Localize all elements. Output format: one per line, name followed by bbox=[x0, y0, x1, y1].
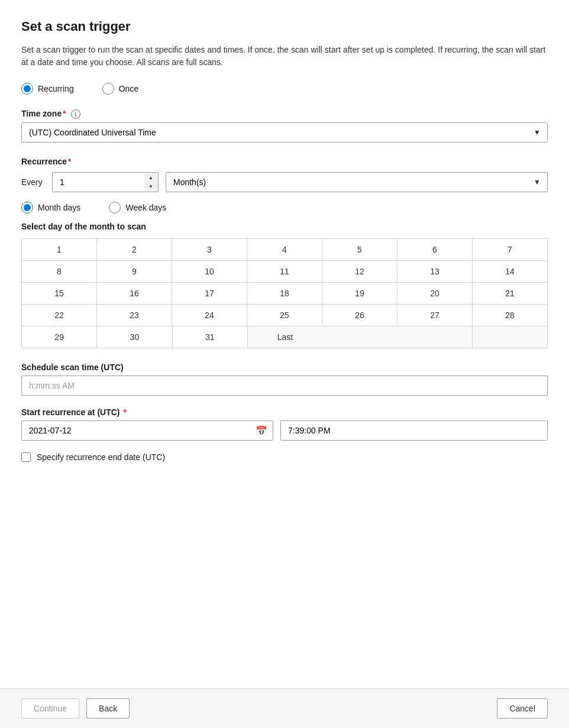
end-date-checkbox-label: Specify recurrence end date (UTC) bbox=[37, 452, 165, 462]
schedule-time-input[interactable] bbox=[21, 376, 548, 396]
calendar-cell-6[interactable]: 6 bbox=[397, 239, 473, 260]
calendar-cell-empty-2 bbox=[397, 326, 472, 348]
timezone-select[interactable]: (UTC) Coordinated Universal Time ( UTC-0… bbox=[21, 122, 548, 143]
calendar-row-5: 29 30 31 Last bbox=[22, 326, 547, 348]
calendar-cell-17[interactable]: 17 bbox=[172, 283, 247, 304]
calendar-grid: 1 2 3 4 5 6 7 8 9 10 11 12 13 14 15 16 bbox=[21, 238, 548, 348]
back-button[interactable]: Back bbox=[86, 698, 130, 719]
recurring-radio-label[interactable]: Recurring bbox=[21, 83, 74, 95]
week-days-radio[interactable] bbox=[109, 202, 121, 213]
recurrence-required-star: * bbox=[68, 157, 71, 166]
recurrence-spin-up[interactable]: ▲ bbox=[144, 173, 157, 182]
footer: Continue Back Cancel bbox=[0, 688, 569, 728]
once-label: Once bbox=[119, 84, 138, 93]
calendar-cell-21[interactable]: 21 bbox=[473, 283, 547, 304]
start-date-input[interactable] bbox=[21, 420, 273, 441]
calendar-cell-2[interactable]: 2 bbox=[97, 239, 172, 260]
calendar-icon[interactable]: 📅 bbox=[256, 425, 267, 436]
calendar-cell-last[interactable]: Last bbox=[248, 326, 322, 348]
calendar-cell-30[interactable]: 30 bbox=[97, 326, 172, 348]
calendar-cell-27[interactable]: 27 bbox=[397, 305, 473, 326]
calendar-cell-1[interactable]: 1 bbox=[22, 239, 97, 260]
calendar-cell-7[interactable]: 7 bbox=[473, 239, 547, 260]
end-date-row: Specify recurrence end date (UTC) bbox=[21, 452, 548, 462]
week-days-label: Week days bbox=[125, 203, 166, 212]
calendar-cell-8[interactable]: 8 bbox=[22, 261, 97, 282]
calendar-cell-5[interactable]: 5 bbox=[322, 239, 397, 260]
recurrence-number-input[interactable] bbox=[52, 172, 159, 192]
recurrence-label: Recurrence* bbox=[21, 157, 548, 166]
every-label: Every bbox=[21, 177, 45, 187]
once-radio-label[interactable]: Once bbox=[102, 83, 138, 95]
once-radio[interactable] bbox=[102, 83, 114, 95]
calendar-cell-13[interactable]: 13 bbox=[397, 261, 473, 282]
week-days-radio-label[interactable]: Week days bbox=[109, 202, 166, 213]
period-dropdown-wrapper: Day(s) Week(s) Month(s) Year(s) ▼ bbox=[166, 172, 548, 192]
calendar-row-1: 1 2 3 4 5 6 7 bbox=[22, 239, 547, 261]
page-description: Set a scan trigger to run the scan at sp… bbox=[21, 44, 548, 69]
calendar-cell-26[interactable]: 26 bbox=[322, 305, 397, 326]
recurrence-section: Recurrence* Every ▲ ▼ Day(s) Week(s) Mon… bbox=[21, 157, 548, 348]
recurrence-spin-down[interactable]: ▼ bbox=[144, 182, 157, 191]
start-recurrence-section: Start recurrence at (UTC) * 📅 bbox=[21, 407, 548, 441]
calendar-cell-14[interactable]: 14 bbox=[473, 261, 547, 282]
recurring-label: Recurring bbox=[38, 84, 74, 93]
calendar-row-2: 8 9 10 11 12 13 14 bbox=[22, 261, 547, 283]
calendar-cell-24[interactable]: 24 bbox=[172, 305, 247, 326]
every-row: Every ▲ ▼ Day(s) Week(s) Month(s) Year(s… bbox=[21, 172, 548, 192]
calendar-cell-4[interactable]: 4 bbox=[247, 239, 322, 260]
timezone-dropdown-wrapper: (UTC) Coordinated Universal Time ( UTC-0… bbox=[21, 122, 548, 143]
calendar-cell-12[interactable]: 12 bbox=[322, 261, 397, 282]
recurrence-spin-buttons: ▲ ▼ bbox=[144, 173, 157, 191]
calendar-cell-23[interactable]: 23 bbox=[97, 305, 172, 326]
month-days-label: Month days bbox=[38, 203, 80, 212]
calendar-cell-15[interactable]: 15 bbox=[22, 283, 97, 304]
timezone-label: Time zone* i bbox=[21, 109, 548, 119]
calendar-cell-25[interactable]: 25 bbox=[247, 305, 322, 326]
month-days-radio-label[interactable]: Month days bbox=[21, 202, 80, 213]
calendar-row-3: 15 16 17 18 19 20 21 bbox=[22, 283, 547, 305]
cancel-button[interactable]: Cancel bbox=[497, 698, 548, 719]
calendar-cell-31[interactable]: 31 bbox=[173, 326, 248, 348]
calendar-cell-empty-3 bbox=[473, 326, 547, 348]
timezone-info-icon[interactable]: i bbox=[71, 109, 80, 119]
calendar-cell-16[interactable]: 16 bbox=[97, 283, 172, 304]
calendar-cell-3[interactable]: 3 bbox=[172, 239, 247, 260]
trigger-type-group: Recurring Once bbox=[21, 83, 548, 95]
end-date-checkbox[interactable] bbox=[21, 452, 31, 462]
date-input-wrapper: 📅 bbox=[21, 420, 273, 441]
calendar-cell-20[interactable]: 20 bbox=[397, 283, 473, 304]
calendar-cell-19[interactable]: 19 bbox=[322, 283, 397, 304]
page-title: Set a scan trigger bbox=[21, 19, 548, 34]
calendar-cell-10[interactable]: 10 bbox=[172, 261, 247, 282]
calendar-cell-9[interactable]: 9 bbox=[97, 261, 172, 282]
start-time-input[interactable] bbox=[280, 420, 548, 441]
schedule-label: Schedule scan time (UTC) bbox=[21, 363, 548, 372]
timezone-section: Time zone* i (UTC) Coordinated Universal… bbox=[21, 109, 548, 143]
footer-left: Continue Back bbox=[21, 698, 130, 719]
timezone-required-star: * bbox=[63, 109, 66, 118]
calendar-cell-11[interactable]: 11 bbox=[247, 261, 322, 282]
calendar-row-4: 22 23 24 25 26 27 28 bbox=[22, 305, 547, 326]
day-type-group: Month days Week days bbox=[21, 202, 548, 213]
select-day-label: Select day of the month to scan bbox=[21, 222, 548, 231]
period-select[interactable]: Day(s) Week(s) Month(s) Year(s) bbox=[166, 172, 548, 192]
calendar-cell-18[interactable]: 18 bbox=[247, 283, 322, 304]
start-recurrence-label: Start recurrence at (UTC) * bbox=[21, 407, 548, 417]
recurring-radio[interactable] bbox=[21, 83, 33, 95]
calendar-cell-29[interactable]: 29 bbox=[22, 326, 97, 348]
start-recurrence-required-star: * bbox=[121, 407, 127, 417]
continue-button[interactable]: Continue bbox=[21, 698, 79, 719]
start-recurrence-row: 📅 bbox=[21, 420, 548, 441]
calendar-cell-empty-1 bbox=[322, 326, 397, 348]
recurrence-number-wrapper: ▲ ▼ bbox=[52, 172, 159, 192]
schedule-section: Schedule scan time (UTC) bbox=[21, 363, 548, 396]
calendar-cell-22[interactable]: 22 bbox=[22, 305, 97, 326]
month-days-radio[interactable] bbox=[21, 202, 33, 213]
calendar-cell-28[interactable]: 28 bbox=[473, 305, 547, 326]
